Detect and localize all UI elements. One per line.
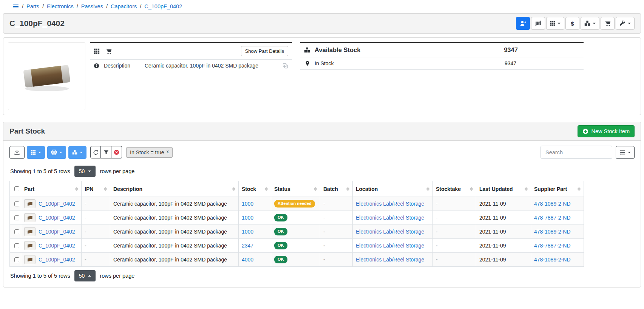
part-thumbnail[interactable] <box>24 227 36 236</box>
search-input[interactable] <box>541 146 612 159</box>
breadcrumb-link-current-part[interactable]: C_100pF_0402 <box>144 3 182 9</box>
stock-options-menu-button[interactable] <box>68 146 86 159</box>
barcode-actions-button[interactable] <box>531 17 545 30</box>
page-size-dropdown[interactable]: 50 <box>74 166 96 177</box>
supplier-part-link[interactable]: 478-1089-2-ND <box>534 229 571 235</box>
print-menu-button[interactable] <box>47 146 66 159</box>
breadcrumb-separator: / <box>106 3 108 9</box>
breadcrumb-link-capacitors[interactable]: Capacitors <box>111 3 137 9</box>
part-link[interactable]: C_100pF_0402 <box>39 229 75 235</box>
refresh-button[interactable] <box>90 146 101 158</box>
location-link[interactable]: Electronics Lab/Reel Storage <box>356 243 424 249</box>
part-thumbnail[interactable] <box>24 199 36 208</box>
stocktake-cell: - <box>433 253 476 267</box>
row-checkbox[interactable] <box>14 201 19 206</box>
location-link[interactable]: Electronics Lab/Reel Storage <box>356 215 424 221</box>
cart-icon-button[interactable] <box>106 48 112 54</box>
column-header-ipn[interactable]: IPN <box>82 181 110 197</box>
stock-link[interactable]: 1000 <box>242 201 253 207</box>
stock-table-toolbar: In Stock = true x <box>3 141 641 162</box>
part-thumbnail[interactable] <box>24 241 36 250</box>
column-header-stocktake[interactable]: Stocktake <box>433 181 476 197</box>
row-checkbox[interactable] <box>14 215 19 220</box>
row-checkbox[interactable] <box>14 229 19 234</box>
column-header-status[interactable]: Status <box>271 181 320 197</box>
pagination-top: Showing 1 to 5 of 5 rows 50 rows per pag… <box>3 162 641 180</box>
sort-icon <box>344 187 349 191</box>
filter-button-group <box>90 146 122 158</box>
breadcrumb-separator: / <box>77 3 78 9</box>
clear-filters-button[interactable] <box>111 146 122 158</box>
column-header-stock[interactable]: Stock <box>239 181 271 197</box>
table-header-row: Part IPN Description Stock Status Batch … <box>10 181 584 197</box>
part-thumbnail[interactable] <box>24 255 36 264</box>
column-header-location[interactable]: Location <box>353 181 433 197</box>
stock-link[interactable]: 4000 <box>242 257 253 263</box>
status-badge: OK <box>274 228 287 235</box>
row-checkbox[interactable] <box>14 257 19 262</box>
supplier-part-link[interactable]: 478-1089-2-ND <box>534 201 571 207</box>
column-header-batch[interactable]: Batch <box>320 181 353 197</box>
refresh-icon <box>93 150 98 155</box>
add-filter-button[interactable] <box>101 146 111 158</box>
pagination-summary: Showing 1 to 5 of 5 rows <box>10 273 70 279</box>
breadcrumb-link-parts[interactable]: Parts <box>26 3 39 9</box>
page-title: C_100pF_0402 <box>9 19 65 28</box>
subscribe-button[interactable] <box>516 17 530 30</box>
location-link[interactable]: Electronics Lab/Reel Storage <box>356 229 424 235</box>
column-header-part[interactable]: Part <box>21 181 82 197</box>
menu-icon[interactable] <box>13 3 19 9</box>
stock-link[interactable]: 1000 <box>242 215 253 221</box>
remove-filter-icon[interactable]: x <box>167 149 169 154</box>
location-link[interactable]: Electronics Lab/Reel Storage <box>356 201 424 207</box>
supplier-part-link[interactable]: 478-7887-2-ND <box>534 243 571 249</box>
part-link[interactable]: C_100pF_0402 <box>39 257 75 263</box>
supplier-part-link[interactable]: 478-7887-2-ND <box>534 215 571 221</box>
breadcrumb-link-passives[interactable]: Passives <box>81 3 103 9</box>
capacitor-photo <box>17 55 77 97</box>
location-link[interactable]: Electronics Lab/Reel Storage <box>356 257 424 263</box>
part-image[interactable] <box>8 42 85 110</box>
stock-link[interactable]: 1000 <box>242 229 253 235</box>
filter-chip-in-stock[interactable]: In Stock = true x <box>126 147 173 158</box>
column-header-description[interactable]: Description <box>110 181 239 197</box>
column-list-menu-button[interactable] <box>616 146 635 159</box>
grid-icon-button[interactable] <box>94 48 100 54</box>
part-link[interactable]: C_100pF_0402 <box>39 243 75 249</box>
sort-icon <box>424 187 429 191</box>
breadcrumb-link-electronics[interactable]: Electronics <box>47 3 74 9</box>
filter-icon <box>103 150 109 155</box>
last-updated-cell: 2021-11-09 <box>476 225 531 239</box>
supplier-part-link[interactable]: 478-1089-2-ND <box>534 257 571 263</box>
column-header-last-updated[interactable]: Last Updated <box>476 181 531 197</box>
rows-per-page-label: rows per page <box>100 168 134 174</box>
copy-icon[interactable] <box>283 63 288 69</box>
table-row: C_100pF_0402 - Ceramic capacitor, 100pF … <box>10 253 584 267</box>
row-checkbox[interactable] <box>14 243 19 248</box>
pricing-button[interactable]: $ <box>565 17 579 30</box>
description-cell: Ceramic capacitor, 100pF in 0402 SMD pac… <box>110 253 239 267</box>
new-stock-item-button[interactable]: New Stock Item <box>578 125 635 137</box>
pagination-bottom: Showing 1 to 5 of 5 rows 50 rows per pag… <box>3 267 641 285</box>
part-link[interactable]: C_100pF_0402 <box>39 215 75 221</box>
last-updated-cell: 2021-11-09 <box>476 253 531 267</box>
order-actions-button[interactable] <box>601 17 615 30</box>
sort-icon <box>522 187 528 191</box>
show-part-details-button[interactable]: Show Part Details <box>241 46 288 56</box>
chevron-down-icon <box>628 152 631 153</box>
list-icon <box>619 149 625 155</box>
part-thumbnail[interactable] <box>24 213 36 222</box>
page-size-dropdown[interactable]: 50 <box>74 270 96 281</box>
barcode-menu-button[interactable] <box>27 146 45 159</box>
chevron-up-icon <box>88 275 91 277</box>
page-header: C_100pF_0402 $ <box>3 13 641 34</box>
part-actions-menu-button[interactable] <box>616 17 635 30</box>
chevron-down-icon <box>558 23 561 24</box>
stock-link[interactable]: 2347 <box>242 243 253 249</box>
export-button[interactable] <box>9 146 25 159</box>
view-actions-menu-button[interactable] <box>546 17 564 30</box>
part-link[interactable]: C_100pF_0402 <box>39 201 75 207</box>
select-all-checkbox[interactable] <box>14 186 19 191</box>
stock-actions-menu-button[interactable] <box>581 17 599 30</box>
column-header-supplier-part[interactable]: Supplier Part <box>531 181 584 197</box>
